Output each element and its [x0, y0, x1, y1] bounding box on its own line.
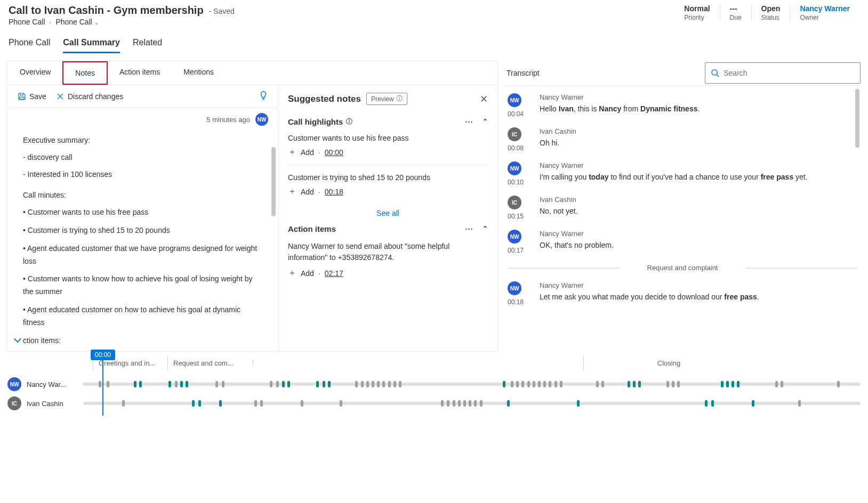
page-header: Call to Ivan Cashin - Gym membership - S…: [0, 0, 868, 28]
timeline-playhead[interactable]: 00:00: [91, 350, 115, 416]
transcript-label: Transcript: [504, 62, 542, 84]
due-field[interactable]: --- Due: [720, 4, 752, 21]
plus-icon: ＋: [288, 147, 296, 158]
chevron-up-icon[interactable]: ⌃: [483, 118, 488, 125]
add-button[interactable]: Add: [301, 188, 314, 196]
timeline-tick: [441, 400, 444, 407]
more-icon[interactable]: ⋯: [465, 117, 473, 126]
timeline-tick: [180, 381, 183, 387]
subtab-notes[interactable]: Notes: [62, 61, 108, 85]
timeline-tick: [538, 381, 541, 387]
scrollbar-thumb[interactable]: [271, 147, 276, 216]
timeline-tick: [301, 400, 303, 407]
timeline-tick: [549, 381, 551, 387]
timeline-tick: [122, 400, 125, 407]
timeline-tick: [737, 381, 740, 387]
tab-phone-call[interactable]: Phone Call: [9, 38, 50, 53]
timeline-tick: [469, 400, 471, 407]
timeline-tick: [175, 381, 178, 387]
avatar: IC: [508, 127, 521, 141]
timeline-segment[interactable]: Request and com...: [167, 356, 253, 370]
svg-point-1: [712, 70, 717, 75]
timeline-tick: [186, 381, 188, 387]
timeline-tick: [323, 381, 325, 387]
avatar: NW: [508, 93, 521, 107]
transcript-row[interactable]: NW00:10Nancy WarnerI'm calling you today…: [508, 161, 857, 186]
close-icon[interactable]: ✕: [480, 93, 488, 105]
transcript-speaker: Nancy Warner: [540, 230, 857, 238]
timeline-tick: [458, 400, 461, 407]
search-input-wrapper[interactable]: [705, 62, 861, 84]
timeline-speaker-row: NWNancy War...: [7, 377, 861, 391]
timeline-tick: [638, 381, 641, 387]
transcript-speaker: Nancy Warner: [540, 93, 857, 101]
transcript-row[interactable]: NW00:04Nancy WarnerHello Ivan, this is N…: [508, 93, 857, 118]
transcript-row[interactable]: NW00:17Nancy WarnerOK, that's no problem…: [508, 230, 857, 254]
add-button[interactable]: Add: [301, 148, 314, 157]
timeline-track[interactable]: [83, 402, 861, 405]
tab-related[interactable]: Related: [133, 38, 162, 53]
timestamp-link[interactable]: 00:00: [325, 148, 343, 157]
search-input[interactable]: [724, 69, 855, 77]
timeline-tick: [705, 400, 708, 407]
suggested-notes-title: Suggested notes: [288, 94, 361, 104]
preview-badge[interactable]: Preview ⓘ: [366, 93, 407, 105]
timeline-tick: [507, 400, 510, 407]
timeline-tick: [775, 381, 778, 387]
transcript-row[interactable]: NW00:18Nancy WarnerLet me ask you what m…: [508, 281, 857, 306]
transcript-section-divider: Request and complaint: [508, 264, 857, 272]
subtab-action-items[interactable]: Action items: [108, 61, 172, 85]
subtab-mentions[interactable]: Mentions: [172, 61, 226, 85]
timeline-track[interactable]: [83, 383, 861, 386]
timeline-tick: [287, 381, 290, 387]
timeline-tick: [215, 381, 218, 387]
scrollbar-thumb[interactable]: [855, 89, 859, 148]
timeline-tick: [633, 381, 636, 387]
action-item: Nancy Warner to send email about "some h…: [288, 241, 488, 263]
add-button[interactable]: Add: [301, 269, 314, 278]
transcript-speaker: Ivan Cashin: [540, 127, 857, 135]
notes-body[interactable]: Executive summary: - discovery call - In…: [8, 128, 278, 351]
timeline-tick: [721, 381, 724, 387]
plus-icon: ＋: [288, 186, 296, 197]
transcript-text: Oh hi.: [540, 137, 857, 149]
transcript-time: 00:04: [508, 110, 532, 118]
discard-button[interactable]: Discard changes: [56, 92, 123, 101]
svg-rect-0: [20, 97, 24, 99]
transcript-text: Hello Ivan, this is Nancy from Dynamic f…: [540, 103, 857, 115]
timeline-speaker-row: ICIvan Cashin: [7, 396, 861, 410]
transcript-row[interactable]: IC00:08Ivan CashinOh hi.: [508, 127, 857, 152]
lightbulb-icon[interactable]: [259, 91, 268, 102]
timeline-tick: [521, 381, 524, 387]
timeline-tick: [316, 381, 319, 387]
priority-field[interactable]: Normal Priority: [674, 4, 720, 21]
timeline-tick: [677, 381, 680, 387]
transcript-row[interactable]: IC00:15Ivan CashinNo, not yet.: [508, 196, 857, 220]
timeline-tick: [447, 400, 449, 407]
save-button[interactable]: Save: [18, 92, 46, 101]
breadcrumb-dropdown[interactable]: Phone Call⌄: [55, 18, 99, 26]
owner-field[interactable]: Nancy Warner Owner: [790, 4, 859, 21]
subtab-overview[interactable]: Overview: [8, 61, 62, 85]
timeline-tick: [628, 381, 630, 387]
timeline-segment[interactable]: Closing: [583, 356, 754, 370]
tab-call-summary[interactable]: Call Summary: [63, 38, 120, 53]
chevron-down-icon[interactable]: [12, 335, 23, 347]
timeline-segment[interactable]: [253, 360, 583, 366]
close-icon: [56, 92, 65, 101]
breadcrumb-item[interactable]: Phone Call: [9, 18, 45, 26]
timestamp-link[interactable]: 00:18: [325, 188, 343, 196]
timeline-tick: [752, 400, 754, 407]
timeline-tick: [361, 381, 364, 387]
call-timeline: 00:00 Greetings and in...Request and com…: [0, 352, 868, 416]
more-icon[interactable]: ⋯: [465, 224, 473, 233]
see-all-link[interactable]: See all: [288, 209, 488, 217]
plus-icon: ＋: [288, 267, 296, 279]
info-icon[interactable]: ⓘ: [346, 117, 352, 126]
saved-label: - Saved: [209, 7, 235, 15]
transcript-time: 00:15: [508, 213, 532, 220]
chevron-up-icon[interactable]: ⌃: [483, 225, 488, 232]
timestamp-link[interactable]: 02:17: [325, 269, 343, 278]
status-field[interactable]: Open Status: [752, 4, 791, 21]
highlight-item: Customer is trying to shed 15 to 20 poun…: [288, 173, 488, 197]
